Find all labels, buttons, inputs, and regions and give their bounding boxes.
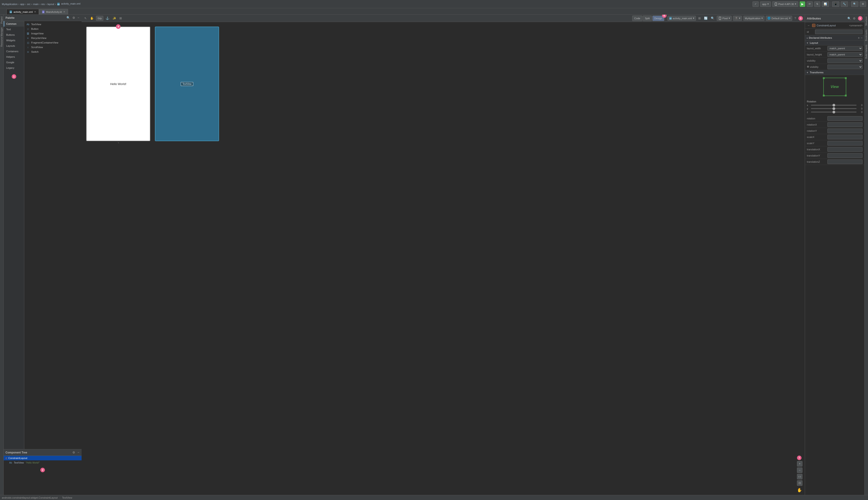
breadcrumb-src[interactable]: app: [20, 3, 24, 5]
breadcrumb-src2[interactable]: src: [27, 3, 31, 5]
breadcrumb-file[interactable]: xml activity_main.xml: [57, 2, 80, 5]
category-google[interactable]: Google: [4, 59, 24, 65]
profiler-button[interactable]: 📊: [822, 1, 829, 7]
layout-section-header[interactable]: ▾ Layout: [805, 41, 864, 45]
app-selector-toolbar[interactable]: MyApplication ▾: [743, 16, 764, 21]
attr-rotationX-input[interactable]: [827, 122, 863, 127]
tab-main-activity[interactable]: K MainActivity.kt ✕: [39, 9, 68, 14]
attr-scaleY-input[interactable]: [827, 141, 863, 146]
locale-selector-toolbar[interactable]: 🌐 Default (en-us) ▾: [766, 16, 792, 21]
attr-id-input[interactable]: [815, 30, 863, 34]
device-selector-button[interactable]: Pixel 4 API 30 ▾: [772, 1, 799, 7]
sdk-button[interactable]: 🔧: [841, 1, 848, 7]
avd-button[interactable]: 📱: [832, 1, 840, 7]
palette-search-button[interactable]: 🔍: [66, 16, 71, 20]
pan-tool-button[interactable]: ✋: [89, 16, 95, 20]
breadcrumb-main[interactable]: main: [33, 3, 39, 5]
category-layouts[interactable]: Layouts: [4, 43, 24, 48]
attr-layout-height-select[interactable]: match_parent: [827, 52, 863, 57]
design-frame[interactable]: Hello World!: [86, 26, 150, 141]
attr-search-button[interactable]: 🔍: [847, 16, 852, 21]
palette-item-scrollview[interactable]: ↕ ScrollView: [24, 45, 82, 49]
constraint-button[interactable]: ⚓: [105, 16, 110, 20]
zoom-fit-button[interactable]: ⊡: [797, 480, 802, 486]
declared-attributes-section[interactable]: ▸ Declared Attributes + −: [805, 35, 864, 41]
category-helpers[interactable]: Helpers: [4, 54, 24, 59]
declared-attr-remove-button[interactable]: −: [861, 36, 863, 39]
resize-handle[interactable]: ↘: [86, 141, 150, 144]
category-text[interactable]: Text: [4, 26, 24, 32]
palette-item-textview[interactable]: Ab TextView: [24, 22, 82, 26]
rotation-z-slider[interactable]: [811, 112, 857, 113]
theme-switch-button[interactable]: 🔄: [703, 16, 709, 20]
palette-item-recyclerview[interactable]: ≡ RecyclerView: [24, 36, 82, 40]
attr-class-nav-button[interactable]: ←: [807, 24, 811, 27]
declared-attr-add-button[interactable]: +: [858, 36, 860, 39]
zoom-button[interactable]: 🔍: [710, 16, 716, 20]
help-button[interactable]: ?: [793, 16, 797, 20]
attr-rotationY-input[interactable]: [827, 128, 863, 133]
attr-translationX-input[interactable]: [827, 147, 863, 152]
tree-item-textview[interactable]: Ab TextView "Hello World!": [4, 461, 82, 465]
split-view-button[interactable]: Split: [643, 15, 652, 21]
vcs-button[interactable]: ✓: [753, 1, 759, 7]
blueprint-frame[interactable]: TextView: [155, 26, 219, 141]
settings-button[interactable]: ⚙: [860, 1, 866, 7]
zoom-out-button[interactable]: −: [797, 467, 802, 473]
resource-manager-tab[interactable]: Resource Manager: [0, 25, 3, 48]
zoom-in-button[interactable]: +: [797, 461, 802, 467]
palette-item-button[interactable]: □ Button: [24, 26, 82, 31]
orientation-button[interactable]: ⊞: [697, 16, 701, 20]
transforms-section-header[interactable]: ▾ Transforms: [805, 70, 864, 75]
breadcrumb-res[interactable]: res: [41, 3, 45, 5]
bookmarks-tab[interactable]: Bookmarks: [865, 28, 868, 43]
tree-minimize-button[interactable]: −: [77, 451, 80, 454]
category-containers[interactable]: Containers: [4, 48, 24, 54]
palette-item-imageview[interactable]: 🖼 ImageView: [24, 31, 82, 36]
attr-visibility2-select[interactable]: [827, 65, 863, 69]
canvas-viewport[interactable]: 4 Hello World! ↘ TextView 7 + − 1:1 ⊡: [82, 22, 805, 495]
select-tool-button[interactable]: ↖: [83, 16, 88, 20]
fit-screen-button[interactable]: 1:1: [797, 474, 802, 479]
category-widgets[interactable]: Widgets: [4, 37, 24, 43]
build-variants-tab[interactable]: Build Variants: [865, 43, 868, 60]
tree-settings-button[interactable]: ⚙: [72, 451, 76, 454]
tab-close-activity-main[interactable]: ✕: [34, 11, 36, 13]
tab-activity-main[interactable]: xml activity_main.xml ✕: [7, 9, 39, 14]
attr-translationY-input[interactable]: [827, 153, 863, 158]
attr-visibility-select[interactable]: [827, 58, 863, 63]
device-selector-toolbar[interactable]: Pixel ▾: [717, 16, 732, 21]
build-button[interactable]: ⟳: [807, 1, 813, 7]
attr-layout-width-select[interactable]: match_parent: [827, 46, 863, 50]
attr-scaleX-input[interactable]: [827, 135, 863, 139]
rotation-y-slider[interactable]: [811, 108, 857, 109]
category-common[interactable]: Common: [4, 21, 24, 26]
tab-close-main-activity[interactable]: ✕: [63, 11, 65, 13]
project-tab[interactable]: Project: [0, 15, 3, 25]
tree-item-constraint-layout[interactable]: ⊏ ConstraintLayout: [4, 456, 82, 461]
category-buttons[interactable]: Buttons: [4, 32, 24, 37]
attr-rotation-input[interactable]: [827, 116, 863, 121]
attr-translationZ-input[interactable]: [827, 159, 863, 164]
category-legacy[interactable]: Legacy: [4, 65, 24, 71]
dp-value-dropdown[interactable]: 0dp: [96, 16, 103, 21]
structure-tab[interactable]: Structure: [865, 15, 868, 28]
palette-minimize-button[interactable]: −: [77, 16, 80, 20]
run-button[interactable]: ▶: [800, 1, 805, 7]
rotation-x-thumb: [833, 104, 835, 106]
sync-button[interactable]: ⇅: [814, 1, 820, 7]
search-everywhere-button[interactable]: 🔍: [851, 1, 858, 7]
theme-selector-toolbar[interactable]: T ▾: [733, 16, 742, 21]
attr-settings-button[interactable]: ⚙: [853, 16, 856, 21]
guidelines-button[interactable]: ⊞: [118, 16, 123, 20]
magic-wand-button[interactable]: ✨: [112, 16, 117, 20]
breadcrumb-layout[interactable]: layout: [47, 3, 54, 5]
palette-item-switch[interactable]: ⊙ Switch: [24, 49, 82, 54]
rotation-x-slider[interactable]: [811, 105, 857, 106]
palette-item-fragmentcontainerview[interactable]: ◫ FragmentContainerView: [24, 40, 82, 45]
app-selector-button[interactable]: app ▾: [760, 1, 770, 7]
palette-settings-button[interactable]: ⚙: [72, 16, 76, 20]
breadcrumb-app[interactable]: MyApplication: [2, 3, 18, 5]
file-selector-dropdown[interactable]: xml activity_main.xml ▾: [667, 16, 696, 21]
code-view-button[interactable]: Code: [632, 15, 642, 21]
